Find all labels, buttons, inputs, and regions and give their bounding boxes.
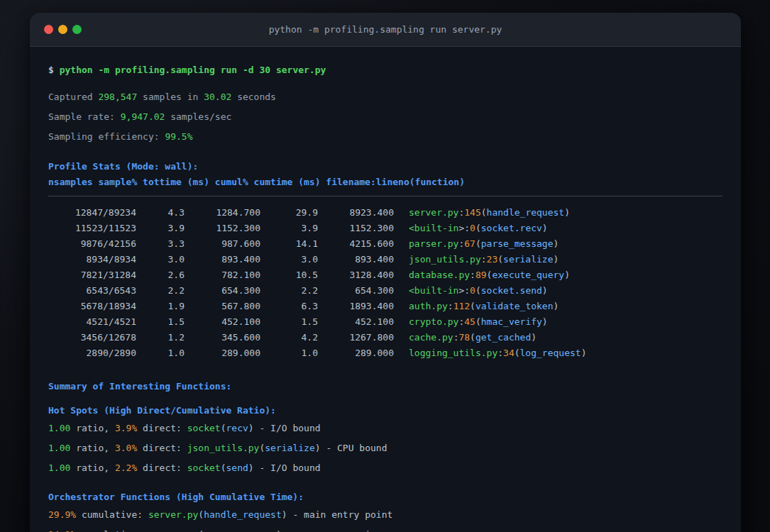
orchestrator-note: - main entry point bbox=[287, 509, 393, 520]
summary-heading: Summary of Interesting Functions: bbox=[48, 379, 722, 394]
close-paren: ) bbox=[542, 223, 548, 233]
cumul-pct-cell: 3.9 bbox=[260, 221, 318, 236]
function-name-text: parse_message bbox=[204, 529, 276, 532]
table-row: 6543/65432.2654.3002.2654.300<built-in>:… bbox=[48, 283, 722, 299]
table-row: 4521/45211.5452.1001.5452.100crypto.py:4… bbox=[48, 314, 722, 330]
lineno-text: 89 bbox=[475, 270, 487, 280]
open-paren: ( bbox=[475, 223, 481, 233]
close-paren: ) bbox=[581, 348, 587, 358]
ratio-label: ratio, bbox=[70, 423, 115, 433]
open-paren: ( bbox=[198, 529, 204, 532]
function-cell: <built-in>:0(socket.send) bbox=[409, 285, 548, 296]
open-paren: ( bbox=[515, 348, 520, 358]
cumtime-cell: 289.000 bbox=[318, 345, 394, 361]
colon-separator: : bbox=[497, 348, 503, 358]
cumul-pct-cell: 14.1 bbox=[260, 236, 318, 252]
cumtime-cell: 893.400 bbox=[318, 252, 394, 267]
cumtime-cell: 1893.400 bbox=[318, 299, 394, 314]
function-name-text: log_request bbox=[520, 348, 581, 358]
lineno-text: 112 bbox=[453, 301, 470, 311]
open-paren: ( bbox=[470, 332, 475, 343]
tottime-cell: 452.100 bbox=[185, 314, 260, 330]
cumtime-cell: 1267.800 bbox=[318, 330, 394, 345]
ratio-label: ratio, bbox=[70, 462, 115, 473]
close-button[interactable] bbox=[44, 25, 53, 34]
cumtime-cell: 3128.400 bbox=[318, 267, 394, 283]
open-paren: ( bbox=[470, 301, 475, 311]
function-name-text: get_cached bbox=[475, 332, 531, 343]
filename-text: crypto.py bbox=[409, 316, 458, 327]
colon-separator: : bbox=[448, 301, 453, 311]
sample-rate-line: Sample rate: 9,947.02 samples/sec bbox=[48, 109, 722, 125]
tottime-cell: 654.300 bbox=[185, 283, 260, 299]
orchestrator-item: 14.1% cumulative: parser.py(parse_messag… bbox=[48, 527, 722, 532]
cumulative-label: cumulative: bbox=[76, 529, 148, 532]
function-name-text: recv bbox=[226, 423, 248, 433]
cumul-pct-cell: 10.5 bbox=[260, 267, 318, 283]
function-cell: cache.py:78(get_cached) bbox=[409, 332, 537, 343]
filename-text: auth.py bbox=[409, 301, 448, 311]
sample-pct-cell: 2.6 bbox=[136, 267, 185, 283]
lineno-text: 0 bbox=[470, 223, 475, 233]
sample-pct-cell: 1.5 bbox=[136, 314, 185, 330]
filename-text: parser.py bbox=[148, 529, 198, 532]
table-row: 3456/126781.2345.6004.21267.800cache.py:… bbox=[48, 330, 722, 345]
maximize-button[interactable] bbox=[72, 25, 82, 34]
table-row: 8934/89343.0893.4003.0893.400json_utils.… bbox=[48, 252, 722, 267]
orchestrator-heading: Orchestrator Functions (High Cumulative … bbox=[48, 489, 722, 505]
direct-pct-value: 2.2% bbox=[115, 462, 137, 473]
table-row: 9876/421563.3987.60014.14215.600parser.p… bbox=[48, 236, 722, 252]
lineno-text: 0 bbox=[470, 285, 475, 296]
direct-pct-value: 3.0% bbox=[115, 443, 137, 453]
function-name-text: execute_query bbox=[492, 270, 564, 280]
colon-separator: : bbox=[464, 285, 470, 296]
table-row: 2890/28901.0289.0001.0289.000logging_uti… bbox=[48, 345, 722, 361]
sample-pct-cell: 3.3 bbox=[136, 236, 185, 252]
sample-pct-cell: 1.2 bbox=[136, 330, 185, 345]
ratio-value: 1.00 bbox=[48, 462, 70, 473]
profile-table-body: 12847/892344.31284.70029.98923.400server… bbox=[48, 205, 722, 361]
cumul-pct-cell: 6.3 bbox=[260, 299, 318, 314]
tottime-cell: 345.600 bbox=[185, 330, 260, 345]
nsamples-cell: 7821/31284 bbox=[48, 267, 136, 283]
hot-spot-item: 1.00 ratio, 3.9% direct: socket(recv) - … bbox=[48, 421, 722, 436]
open-paren: ( bbox=[475, 238, 481, 249]
lineno-text: 78 bbox=[458, 332, 470, 343]
hot-spots-heading: Hot Spots (High Direct/Cumulative Ratio)… bbox=[48, 403, 722, 419]
tottime-cell: 987.600 bbox=[185, 236, 260, 252]
cumul-pct-cell: 4.2 bbox=[260, 330, 318, 345]
minimize-button[interactable] bbox=[58, 25, 67, 34]
function-cell: parser.py:67(parse_message) bbox=[409, 238, 559, 249]
close-paren: ) bbox=[542, 285, 548, 296]
window-title: python -m profiling.sampling run server.… bbox=[269, 24, 502, 35]
samples-count: 298,547 bbox=[98, 92, 137, 102]
direct-label: direct: bbox=[137, 462, 187, 473]
tottime-cell: 289.000 bbox=[185, 345, 260, 361]
cumtime-cell: 4215.600 bbox=[318, 236, 394, 252]
sample-pct-cell: 2.2 bbox=[136, 283, 185, 299]
terminal-titlebar: python -m profiling.sampling run server.… bbox=[30, 13, 741, 47]
nsamples-cell: 6543/6543 bbox=[48, 283, 136, 299]
function-cell: json_utils.py:23(serialize) bbox=[409, 254, 559, 265]
profile-columns-header: nsamples sample% tottime (ms) cumul% cum… bbox=[48, 174, 722, 190]
hot-spot-item: 1.00 ratio, 3.0% direct: json_utils.py(s… bbox=[48, 440, 722, 456]
target-name: socket bbox=[187, 423, 221, 433]
captured-line: Captured 298,547 samples in 30.02 second… bbox=[48, 89, 722, 105]
profile-stats-heading: Profile Stats (Mode: wall): bbox=[48, 159, 722, 174]
rate-unit: samples/sec bbox=[165, 111, 231, 122]
open-paren: ( bbox=[475, 316, 481, 327]
filename-text: <built-in bbox=[409, 223, 458, 233]
open-paren: ( bbox=[475, 285, 481, 296]
filename-text: server.py bbox=[409, 207, 458, 218]
table-row: 5678/189341.9567.8006.31893.400auth.py:1… bbox=[48, 299, 722, 314]
function-name-text: send bbox=[226, 462, 248, 473]
function-name-text: handle_request bbox=[204, 509, 282, 520]
prompt-line: $ python -m profiling.sampling run -d 30… bbox=[48, 62, 722, 78]
function-cell: crypto.py:45(hmac_verify) bbox=[409, 316, 548, 327]
function-cell: server.py:145(handle_request) bbox=[409, 207, 570, 218]
target-name: json_utils.py bbox=[187, 443, 260, 453]
close-paren: ) bbox=[564, 270, 570, 280]
captured-label: Captured bbox=[48, 92, 98, 102]
rate-value: 9,947.02 bbox=[121, 111, 165, 122]
lineno-text: 45 bbox=[464, 316, 475, 327]
